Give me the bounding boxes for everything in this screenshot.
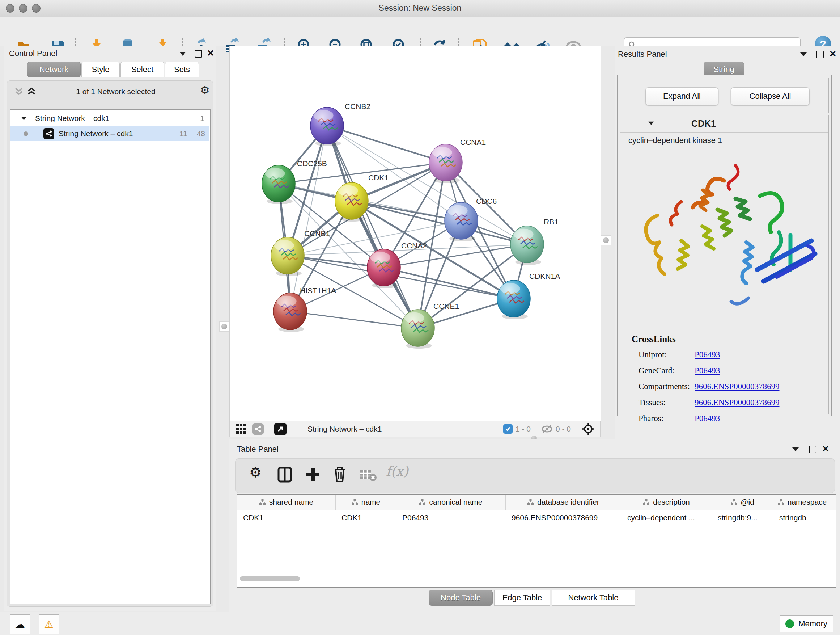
expand-all-networks-icon[interactable] — [26, 87, 37, 96]
table-cell[interactable]: cyclin–dependent ... — [622, 513, 712, 522]
control-panel-tab-network[interactable]: Network — [27, 62, 81, 78]
close-panel-icon[interactable]: ✕ — [829, 50, 836, 57]
column-header-name[interactable]: name — [336, 494, 396, 510]
section-collapse-icon[interactable] — [648, 122, 654, 125]
crosslink-row: GeneCard:P06493 — [621, 366, 823, 378]
hidden-items-eye-icon[interactable] — [541, 424, 553, 434]
network-graph[interactable]: CCNB2CCNA1CDC25BCDK1CDC6RB1CCNB1CCNA2CDK… — [230, 46, 601, 421]
function-builder-icon[interactable]: f(x) — [386, 464, 409, 478]
column-header-label: database identifier — [537, 498, 600, 507]
protein-section-header[interactable]: CDK1 — [621, 116, 829, 133]
float-panel-icon[interactable] — [180, 52, 186, 56]
maximize-panel-icon[interactable] — [809, 446, 816, 453]
table-panel-title: Table Panel — [237, 445, 279, 454]
crosslink-link[interactable]: P06493 — [695, 414, 720, 423]
crosslink-link[interactable]: P06493 — [695, 366, 720, 375]
column-header-label: canonical name — [429, 498, 482, 507]
close-panel-icon[interactable]: ✕ — [207, 50, 214, 57]
column-header--id[interactable]: @id — [712, 494, 774, 510]
memory-button[interactable]: Memory — [780, 616, 833, 632]
network-label: String Network – cdk1 — [58, 129, 133, 138]
maximize-panel-icon[interactable] — [195, 50, 202, 57]
network-type-icon — [43, 128, 54, 139]
network-row-selected[interactable]: String Network – cdk1 11 48 — [11, 126, 210, 141]
network-view-share-icon[interactable] — [252, 423, 264, 435]
table-cell[interactable]: CDK1 — [237, 513, 336, 522]
column-header-namespace[interactable]: namespace — [774, 494, 831, 510]
control-panel-tab-select[interactable]: Select — [120, 62, 164, 78]
open-in-window-icon[interactable] — [274, 423, 286, 435]
cloud-status-icon[interactable]: ☁ — [10, 614, 30, 634]
column-header-description[interactable]: description — [622, 494, 712, 510]
network-node-ccna2[interactable] — [367, 249, 401, 288]
network-selection-status: 1 of 1 Network selected — [43, 87, 188, 96]
table-cell[interactable]: stringdb — [774, 513, 831, 522]
network-edge[interactable] — [384, 268, 514, 299]
node-label-ccnb2: CCNB2 — [345, 102, 370, 111]
table-cell[interactable]: CDK1 — [336, 513, 396, 522]
node-label-cdc6: CDC6 — [476, 197, 497, 205]
network-collection-row[interactable]: String Network – cdk1 1 — [11, 111, 210, 126]
column-header-label: @id — [741, 498, 754, 507]
node-label-ccna1: CCNA1 — [460, 138, 486, 146]
network-node-rb1[interactable] — [510, 226, 544, 265]
crosslink-link[interactable]: 9606.ENSP00000378699 — [695, 382, 780, 391]
network-node-cdkn1a[interactable] — [497, 280, 531, 319]
network-edge[interactable] — [327, 126, 418, 328]
expand-all-button[interactable]: Expand All — [645, 87, 718, 105]
selected-items-checkbox-icon[interactable] — [503, 424, 513, 434]
table-tab-node-table[interactable]: Node Table — [429, 590, 493, 606]
float-panel-icon[interactable] — [800, 52, 807, 57]
node-label-cdc25b: CDC25B — [297, 159, 327, 168]
crosslink-link[interactable]: 9606.ENSP00000378699 — [695, 398, 780, 407]
table-panel: Table Panel ✕ ⚙ f(x) — [229, 439, 840, 612]
warnings-icon[interactable]: ⚠ — [39, 614, 59, 634]
control-panel-tab-style[interactable]: Style — [81, 62, 120, 78]
network-edge[interactable] — [290, 311, 418, 328]
delete-column-icon[interactable] — [332, 466, 347, 483]
table-cell[interactable]: stringdb:9... — [712, 513, 774, 522]
crosslink-label: Uniprot: — [638, 350, 667, 359]
column-header-database-identifier[interactable]: database identifier — [506, 494, 622, 510]
horizontal-scrollbar[interactable] — [240, 576, 300, 581]
network-edge[interactable] — [327, 126, 446, 163]
right-splitter-handle[interactable] — [601, 235, 611, 245]
table-tab-network-table[interactable]: Network Table — [552, 590, 635, 606]
table-cell[interactable]: P06493 — [396, 513, 506, 522]
network-node-ccna1[interactable] — [429, 144, 462, 183]
node-label-ccnb1: CCNB1 — [304, 229, 330, 238]
left-splitter-handle[interactable] — [219, 321, 229, 332]
grid-view-icon[interactable] — [235, 423, 247, 435]
network-node-ccne1[interactable] — [401, 310, 434, 348]
add-column-icon[interactable] — [305, 467, 321, 483]
control-panel: Control Panel ✕ NetworkStyleSelectSets 1… — [4, 46, 216, 611]
network-node-ccnb1[interactable] — [271, 237, 304, 276]
crosslink-link[interactable]: P06493 — [695, 350, 720, 359]
hidden-node-edge-counts: 0 - 0 — [556, 424, 571, 433]
float-panel-icon[interactable] — [792, 448, 799, 451]
delete-table-icon[interactable] — [359, 468, 377, 482]
collapse-all-button[interactable]: Collapse All — [731, 87, 810, 105]
network-node-count: 11 — [180, 129, 187, 138]
collapse-all-networks-icon[interactable] — [13, 87, 24, 96]
show-columns-icon[interactable] — [278, 467, 292, 483]
network-view-canvas[interactable]: CCNB2CCNA1CDC25BCDK1CDC6RB1CCNB1CCNA2CDK… — [229, 46, 601, 421]
network-node-cdc25b[interactable] — [262, 165, 295, 204]
maximize-panel-icon[interactable] — [816, 51, 824, 58]
network-node-cdc6[interactable] — [445, 203, 478, 241]
network-node-hist1h1a[interactable] — [273, 293, 307, 332]
column-header-canonical-name[interactable]: canonical name — [396, 494, 506, 510]
node-table: shared namenamecanonical namedatabase id… — [237, 494, 836, 587]
close-panel-icon[interactable]: ✕ — [822, 445, 829, 453]
network-options-gear-icon[interactable]: ⚙ — [200, 84, 210, 96]
node-gloss — [265, 168, 285, 179]
table-tab-edge-table[interactable]: Edge Table — [494, 590, 550, 606]
collection-collapse-icon[interactable] — [21, 117, 27, 120]
table-settings-icon[interactable]: ⚙ — [249, 464, 262, 480]
selected-node-edge-counts: 1 - 0 — [515, 424, 531, 433]
column-header-shared-name[interactable]: shared name — [237, 494, 336, 510]
birdseye-crosshair-icon[interactable] — [581, 422, 595, 436]
control-panel-tab-sets[interactable]: Sets — [165, 62, 199, 78]
table-row[interactable]: CDK1CDK1P064939606.ENSP00000378699cyclin… — [237, 510, 836, 525]
table-cell[interactable]: 9606.ENSP00000378699 — [506, 513, 622, 522]
